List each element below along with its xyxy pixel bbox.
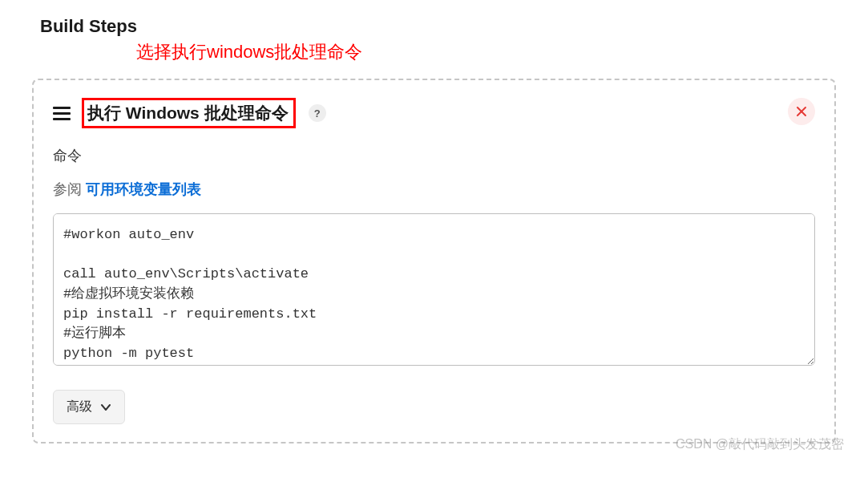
build-step-card: 执行 Windows 批处理命令 ? 命令 参阅 可用环境变量列表 高级 (32, 79, 836, 443)
see-also-prefix: 参阅 (53, 181, 82, 197)
section-title: Build Steps (40, 16, 836, 37)
drag-handle-icon[interactable] (53, 107, 71, 120)
help-icon[interactable]: ? (309, 104, 326, 122)
step-title-highlight: 执行 Windows 批处理命令 (82, 98, 296, 128)
command-textarea[interactable] (53, 213, 815, 366)
env-vars-link[interactable]: 可用环境变量列表 (86, 181, 201, 197)
close-icon (796, 106, 807, 117)
chevron-down-icon (100, 402, 111, 413)
annotation-text: 选择执行windows批处理命令 (136, 40, 836, 64)
card-header: 执行 Windows 批处理命令 ? (53, 98, 815, 128)
close-button[interactable] (788, 98, 815, 125)
command-field-label: 命令 (53, 146, 815, 165)
advanced-label: 高级 (67, 399, 92, 415)
advanced-button[interactable]: 高级 (53, 390, 125, 424)
step-title: 执行 Windows 批处理命令 (87, 102, 289, 124)
see-also-row: 参阅 可用环境变量列表 (53, 180, 815, 199)
